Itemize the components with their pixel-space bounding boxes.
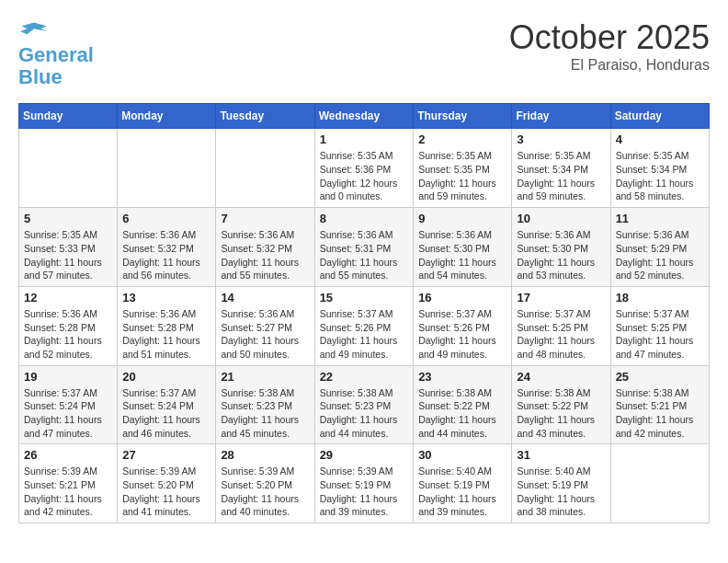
day-number: 3 — [517, 132, 605, 146]
day-number: 10 — [517, 212, 605, 225]
calendar-cell: 31Sunrise: 5:40 AM Sunset: 5:19 PM Dayli… — [512, 444, 610, 523]
day-info: Sunrise: 5:37 AM Sunset: 5:24 PM Dayligh… — [24, 386, 112, 441]
day-info: Sunrise: 5:35 AM Sunset: 5:35 PM Dayligh… — [418, 149, 506, 203]
day-info: Sunrise: 5:39 AM Sunset: 5:19 PM Dayligh… — [320, 465, 409, 519]
calendar-cell: 26Sunrise: 5:39 AM Sunset: 5:21 PM Dayli… — [19, 444, 118, 523]
calendar-cell: 18Sunrise: 5:37 AM Sunset: 5:25 PM Dayli… — [610, 286, 709, 365]
day-info: Sunrise: 5:38 AM Sunset: 5:22 PM Dayligh… — [418, 386, 506, 441]
calendar-week-row: 5Sunrise: 5:35 AM Sunset: 5:33 PM Daylig… — [19, 208, 710, 287]
day-info: Sunrise: 5:40 AM Sunset: 5:19 PM Dayligh… — [418, 465, 506, 519]
day-number: 2 — [418, 132, 506, 146]
day-info: Sunrise: 5:38 AM Sunset: 5:21 PM Dayligh… — [616, 386, 704, 441]
calendar-cell: 28Sunrise: 5:39 AM Sunset: 5:20 PM Dayli… — [216, 444, 314, 523]
day-number: 14 — [221, 291, 309, 304]
calendar-cell: 10Sunrise: 5:36 AM Sunset: 5:30 PM Dayli… — [512, 208, 610, 287]
day-number: 5 — [24, 212, 112, 225]
day-number: 1 — [320, 132, 409, 146]
calendar-cell — [610, 444, 709, 523]
weekday-header-monday: Monday — [118, 104, 216, 129]
calendar-week-row: 26Sunrise: 5:39 AM Sunset: 5:21 PM Dayli… — [19, 444, 710, 523]
day-number: 24 — [517, 370, 605, 384]
calendar-cell: 6Sunrise: 5:36 AM Sunset: 5:32 PM Daylig… — [118, 208, 216, 287]
calendar-cell: 7Sunrise: 5:36 AM Sunset: 5:32 PM Daylig… — [216, 208, 314, 287]
day-number: 15 — [320, 291, 409, 304]
day-info: Sunrise: 5:37 AM Sunset: 5:26 PM Dayligh… — [418, 307, 506, 362]
calendar-cell: 13Sunrise: 5:36 AM Sunset: 5:28 PM Dayli… — [118, 286, 216, 365]
day-info: Sunrise: 5:36 AM Sunset: 5:29 PM Dayligh… — [616, 228, 704, 282]
day-number: 11 — [616, 212, 704, 225]
calendar-week-row: 12Sunrise: 5:36 AM Sunset: 5:28 PM Dayli… — [19, 286, 710, 365]
calendar-cell — [216, 129, 314, 208]
day-number: 26 — [24, 448, 112, 462]
calendar-cell: 23Sunrise: 5:38 AM Sunset: 5:22 PM Dayli… — [414, 365, 512, 444]
calendar-cell: 15Sunrise: 5:37 AM Sunset: 5:26 PM Dayli… — [314, 286, 414, 365]
day-info: Sunrise: 5:36 AM Sunset: 5:32 PM Dayligh… — [122, 228, 210, 282]
day-number: 9 — [418, 212, 506, 225]
day-number: 29 — [320, 448, 409, 462]
day-number: 27 — [122, 448, 210, 462]
day-number: 4 — [616, 132, 704, 146]
calendar-cell: 24Sunrise: 5:38 AM Sunset: 5:22 PM Dayli… — [512, 365, 610, 444]
day-number: 13 — [122, 291, 210, 304]
calendar-cell: 12Sunrise: 5:36 AM Sunset: 5:28 PM Dayli… — [19, 286, 118, 365]
day-info: Sunrise: 5:40 AM Sunset: 5:19 PM Dayligh… — [517, 465, 605, 519]
day-number: 17 — [517, 291, 605, 304]
calendar-week-row: 1Sunrise: 5:35 AM Sunset: 5:36 PM Daylig… — [19, 129, 710, 208]
calendar-cell: 29Sunrise: 5:39 AM Sunset: 5:19 PM Dayli… — [314, 444, 414, 523]
title-block: October 2025 El Paraiso, Honduras — [509, 18, 710, 74]
calendar-cell — [19, 129, 118, 208]
day-number: 31 — [517, 448, 605, 462]
day-number: 22 — [320, 370, 409, 384]
calendar-cell: 25Sunrise: 5:38 AM Sunset: 5:21 PM Dayli… — [610, 365, 709, 444]
day-info: Sunrise: 5:38 AM Sunset: 5:23 PM Dayligh… — [320, 386, 409, 441]
day-info: Sunrise: 5:37 AM Sunset: 5:24 PM Dayligh… — [122, 386, 210, 441]
day-number: 30 — [418, 448, 506, 462]
calendar-cell: 8Sunrise: 5:36 AM Sunset: 5:31 PM Daylig… — [314, 208, 414, 287]
day-number: 23 — [418, 370, 506, 384]
day-number: 20 — [122, 370, 210, 384]
day-info: Sunrise: 5:39 AM Sunset: 5:21 PM Dayligh… — [24, 465, 112, 519]
weekday-header-sunday: Sunday — [19, 104, 118, 129]
calendar-cell: 9Sunrise: 5:36 AM Sunset: 5:30 PM Daylig… — [414, 208, 512, 287]
logo-icon — [20, 18, 48, 40]
day-info: Sunrise: 5:36 AM Sunset: 5:28 PM Dayligh… — [122, 307, 210, 362]
weekday-header-friday: Friday — [512, 104, 610, 129]
day-info: Sunrise: 5:36 AM Sunset: 5:30 PM Dayligh… — [517, 228, 605, 282]
calendar-cell: 19Sunrise: 5:37 AM Sunset: 5:24 PM Dayli… — [19, 365, 118, 444]
day-info: Sunrise: 5:39 AM Sunset: 5:20 PM Dayligh… — [221, 465, 309, 519]
calendar-cell: 4Sunrise: 5:35 AM Sunset: 5:34 PM Daylig… — [610, 129, 709, 208]
calendar-cell: 20Sunrise: 5:37 AM Sunset: 5:24 PM Dayli… — [118, 365, 216, 444]
day-info: Sunrise: 5:35 AM Sunset: 5:36 PM Dayligh… — [320, 149, 409, 203]
calendar-cell: 3Sunrise: 5:35 AM Sunset: 5:34 PM Daylig… — [512, 129, 610, 208]
day-number: 21 — [221, 370, 309, 384]
day-number: 8 — [320, 212, 409, 225]
calendar-table: SundayMondayTuesdayWednesdayThursdayFrid… — [18, 103, 710, 523]
day-info: Sunrise: 5:35 AM Sunset: 5:34 PM Dayligh… — [616, 149, 704, 203]
calendar-cell: 1Sunrise: 5:35 AM Sunset: 5:36 PM Daylig… — [314, 129, 414, 208]
day-number: 19 — [24, 370, 112, 384]
day-info: Sunrise: 5:36 AM Sunset: 5:30 PM Dayligh… — [418, 228, 506, 282]
page-header: General Blue October 2025 El Paraiso, Ho… — [18, 18, 710, 88]
calendar-cell: 2Sunrise: 5:35 AM Sunset: 5:35 PM Daylig… — [414, 129, 512, 208]
calendar-cell: 11Sunrise: 5:36 AM Sunset: 5:29 PM Dayli… — [610, 208, 709, 287]
day-info: Sunrise: 5:35 AM Sunset: 5:33 PM Dayligh… — [24, 228, 112, 282]
day-number: 6 — [122, 212, 210, 225]
day-info: Sunrise: 5:37 AM Sunset: 5:25 PM Dayligh… — [616, 307, 704, 362]
svg-marker-0 — [20, 23, 48, 35]
day-info: Sunrise: 5:37 AM Sunset: 5:25 PM Dayligh… — [517, 307, 605, 362]
calendar-cell: 21Sunrise: 5:38 AM Sunset: 5:23 PM Dayli… — [216, 365, 314, 444]
day-info: Sunrise: 5:37 AM Sunset: 5:26 PM Dayligh… — [320, 307, 409, 362]
calendar-cell: 30Sunrise: 5:40 AM Sunset: 5:19 PM Dayli… — [414, 444, 512, 523]
day-number: 7 — [221, 212, 309, 225]
day-number: 16 — [418, 291, 506, 304]
calendar-cell: 14Sunrise: 5:36 AM Sunset: 5:27 PM Dayli… — [216, 286, 314, 365]
weekday-header-row: SundayMondayTuesdayWednesdayThursdayFrid… — [19, 104, 710, 129]
location-subtitle: El Paraiso, Honduras — [509, 57, 710, 74]
month-title: October 2025 — [509, 18, 710, 57]
calendar-cell: 17Sunrise: 5:37 AM Sunset: 5:25 PM Dayli… — [512, 286, 610, 365]
calendar-cell: 5Sunrise: 5:35 AM Sunset: 5:33 PM Daylig… — [19, 208, 118, 287]
weekday-header-tuesday: Tuesday — [216, 104, 314, 129]
calendar-cell: 16Sunrise: 5:37 AM Sunset: 5:26 PM Dayli… — [414, 286, 512, 365]
day-info: Sunrise: 5:36 AM Sunset: 5:31 PM Dayligh… — [320, 228, 409, 282]
calendar-week-row: 19Sunrise: 5:37 AM Sunset: 5:24 PM Dayli… — [19, 365, 710, 444]
